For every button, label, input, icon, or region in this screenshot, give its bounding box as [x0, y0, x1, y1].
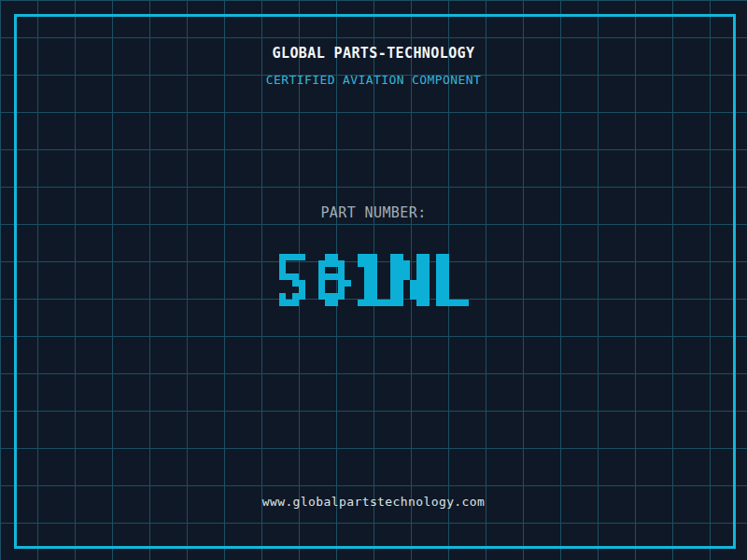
part-number-label: PART NUMBER: [0, 204, 747, 221]
company-title: GLOBAL PARTS-TECHNOLOGY [0, 45, 747, 62]
part-number-value [266, 234, 482, 326]
part-number-display-wrap [0, 234, 747, 329]
blueprint-card: GLOBAL PARTS-TECHNOLOGY CERTIFIED AVIATI… [0, 0, 747, 560]
certification-subtitle: CERTIFIED AVIATION COMPONENT [0, 73, 747, 87]
website-url: www.globalpartstechnology.com [0, 495, 747, 509]
